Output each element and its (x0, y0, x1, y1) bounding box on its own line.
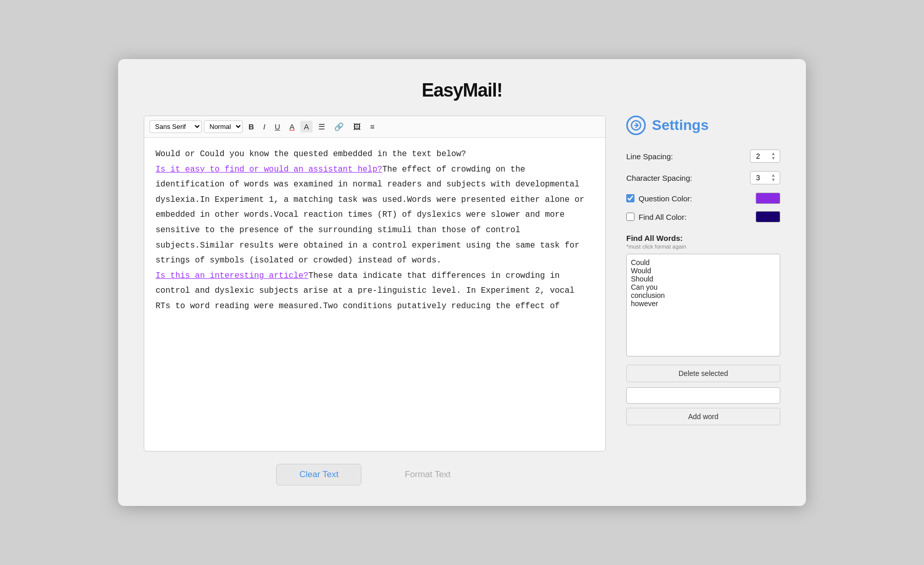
editor-paragraph-2: Is it easy to find or would an assistant… (156, 162, 594, 269)
find-all-color-swatch[interactable] (756, 211, 780, 222)
line-spacing-label: Line Spacing: (626, 152, 673, 161)
settings-title: Settings (652, 117, 708, 134)
highlight-color-button[interactable]: A (300, 121, 313, 133)
settings-icon (626, 116, 646, 135)
question-color-row: Question Color: (626, 193, 780, 204)
image-button[interactable]: 🖼 (350, 121, 364, 133)
main-layout: Sans Serif Serif Monospace Normal Small … (144, 116, 780, 485)
settings-header: Settings (626, 116, 780, 135)
delete-selected-button[interactable]: Delete selected (626, 365, 780, 382)
char-spacing-label: Character Spacing: (626, 174, 692, 182)
italic-button[interactable]: I (260, 121, 269, 133)
find-all-color-label: Find All Color: (639, 213, 752, 221)
settings-section: Settings Line Spacing: ▲▼ Character Spac… (626, 116, 780, 485)
find-all-hint: *must click format again (626, 243, 780, 250)
find-all-textarea[interactable]: Could Would Should Can you conclusion ho… (626, 254, 780, 356)
font-color-button[interactable]: A (286, 121, 298, 133)
format-text-button[interactable]: Format Text (382, 464, 473, 485)
line-spacing-arrows: ▲▼ (771, 152, 776, 161)
editor-section: Sans Serif Serif Monospace Normal Small … (144, 116, 606, 485)
question-highlight-2: Is this an interesting article? (156, 271, 309, 280)
char-spacing-spinbox[interactable]: ▲▼ (750, 171, 780, 184)
find-all-color-checkbox[interactable] (626, 213, 634, 221)
align-button[interactable]: ☰ (315, 121, 329, 133)
line-spacing-spinbox[interactable]: ▲▼ (750, 149, 780, 163)
add-word-button[interactable]: Add word (626, 408, 780, 425)
line-spacing-row: Line Spacing: ▲▼ (626, 149, 780, 163)
question-color-swatch[interactable] (756, 193, 780, 204)
editor-wrapper: Sans Serif Serif Monospace Normal Small … (144, 116, 606, 451)
char-spacing-arrows: ▲▼ (771, 173, 776, 182)
question-highlight-1: Is it easy to find or would an assistant… (156, 165, 382, 174)
underline-button[interactable]: U (271, 121, 284, 133)
toolbar: Sans Serif Serif Monospace Normal Small … (144, 116, 605, 138)
editor-content[interactable]: Would or Could you know the quested embe… (144, 138, 605, 451)
line-spacing-input[interactable] (755, 152, 769, 160)
app-window: EasyMail! Sans Serif Serif Monospace Nor… (118, 59, 806, 506)
font-family-select[interactable]: Sans Serif Serif Monospace (149, 120, 202, 133)
bold-button[interactable]: B (245, 121, 258, 133)
editor-paragraph-3: Is this an interesting article?These dat… (156, 269, 594, 314)
question-color-checkbox[interactable] (626, 194, 634, 202)
list-button[interactable]: ≡ (367, 121, 378, 133)
add-word-input[interactable] (626, 387, 780, 404)
char-spacing-row: Character Spacing: ▲▼ (626, 171, 780, 184)
bottom-buttons: Clear Text Format Text (144, 464, 606, 485)
char-spacing-input[interactable] (755, 174, 769, 182)
find-all-title: Find All Words: (626, 234, 780, 242)
question-color-label: Question Color: (639, 194, 752, 203)
font-size-select[interactable]: Normal Small Large (204, 120, 243, 133)
editor-paragraph-1: Would or Could you know the quested embe… (156, 147, 594, 162)
link-button[interactable]: 🔗 (331, 121, 348, 133)
clear-text-button[interactable]: Clear Text (276, 464, 361, 485)
app-title: EasyMail! (144, 80, 780, 101)
find-all-color-row: Find All Color: (626, 211, 780, 222)
find-all-section: Find All Words: *must click format again… (626, 234, 780, 425)
